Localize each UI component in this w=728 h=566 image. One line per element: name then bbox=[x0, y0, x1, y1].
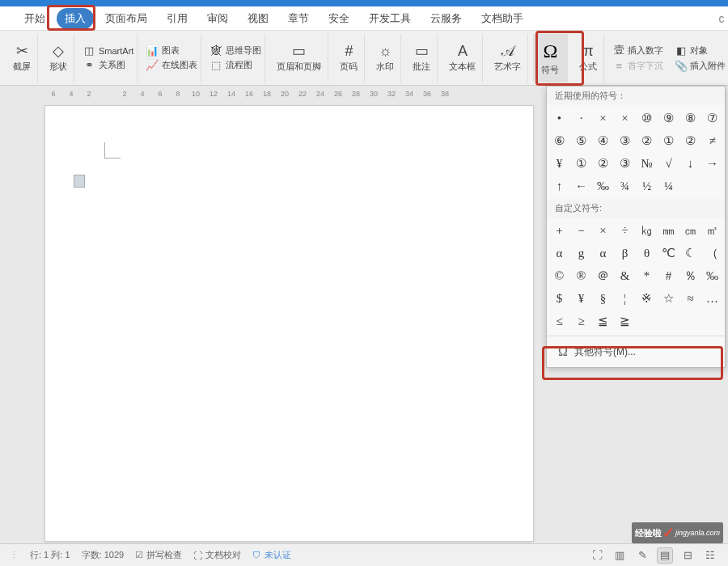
view-print-button[interactable]: ▤ bbox=[657, 547, 673, 564]
symbol-cell[interactable]: ¥ bbox=[548, 152, 570, 175]
symbol-cell[interactable]: ÷ bbox=[614, 219, 636, 242]
formula-button[interactable]: π 公式 bbox=[573, 34, 604, 82]
header-footer-button[interactable]: ▭ 页眉和页脚 bbox=[270, 34, 328, 82]
symbol-cell[interactable]: α bbox=[592, 242, 614, 264]
symbol-cell[interactable]: ≠ bbox=[701, 129, 723, 152]
shape-button[interactable]: ◇ 形状 bbox=[43, 34, 74, 82]
symbol-cell[interactable]: × bbox=[614, 107, 636, 129]
flowchart-button[interactable]: ⬚流程图 bbox=[210, 59, 261, 72]
status-line-col[interactable]: 行: 1 列: 1 bbox=[30, 549, 70, 561]
symbol-cell[interactable]: ® bbox=[570, 264, 592, 287]
view-edit-button[interactable]: ✎ bbox=[634, 547, 650, 564]
menu-security[interactable]: 安全 bbox=[320, 8, 358, 29]
symbol-cell[interactable]: ① bbox=[658, 129, 679, 152]
symbol-cell[interactable]: ¦ bbox=[614, 287, 636, 310]
symbol-cell[interactable]: · bbox=[570, 107, 592, 129]
symbol-cell[interactable]: ⑩ bbox=[636, 107, 658, 129]
view-web-button[interactable]: ☷ bbox=[702, 547, 718, 564]
screenshot-button[interactable]: ✂ 截屏 bbox=[6, 34, 38, 82]
mindmap-button[interactable]: 🕸思维导图 bbox=[210, 44, 261, 57]
textbox-button[interactable]: A 文本框 bbox=[442, 34, 483, 82]
more-symbols-button[interactable]: Ω 其他符号(M)... bbox=[547, 336, 725, 367]
status-auth[interactable]: ⛉未认证 bbox=[252, 549, 291, 561]
symbol-cell[interactable]: ≈ bbox=[679, 287, 701, 310]
symbol-cell[interactable]: ☆ bbox=[658, 287, 679, 310]
symbol-cell[interactable]: √ bbox=[658, 152, 679, 175]
menu-start[interactable]: 开始 bbox=[16, 8, 53, 29]
object-button[interactable]: ◧对象 bbox=[675, 44, 726, 57]
symbol-cell[interactable]: ＠ bbox=[592, 264, 614, 287]
menu-view[interactable]: 视图 bbox=[239, 8, 277, 29]
symbol-cell[interactable]: ☾ bbox=[679, 242, 701, 264]
symbol-cell[interactable]: ≥ bbox=[570, 310, 592, 332]
page-number-button[interactable]: # 页码 bbox=[333, 34, 365, 82]
symbol-cell[interactable]: ③ bbox=[614, 129, 636, 152]
symbol-cell[interactable]: ⑥ bbox=[548, 129, 570, 152]
symbol-cell[interactable]: © bbox=[548, 264, 570, 287]
relation-button[interactable]: ⚭关系图 bbox=[83, 59, 133, 72]
view-read-button[interactable]: ▥ bbox=[612, 547, 628, 564]
symbol-cell[interactable]: ⑧ bbox=[679, 107, 701, 129]
status-word-count[interactable]: 字数: 1029 bbox=[82, 549, 125, 561]
symbol-cell[interactable]: • bbox=[548, 107, 570, 129]
menu-doc-helper[interactable]: 文档助手 bbox=[473, 8, 531, 29]
symbol-cell[interactable]: & bbox=[614, 264, 636, 287]
document-canvas[interactable] bbox=[44, 105, 534, 542]
symbol-cell[interactable]: ④ bbox=[592, 129, 614, 152]
symbol-cell[interactable]: ㎜ bbox=[658, 219, 679, 242]
symbol-cell[interactable]: ¼ bbox=[658, 175, 679, 197]
symbol-cell[interactable]: （ bbox=[701, 242, 723, 264]
symbol-cell[interactable]: α bbox=[548, 242, 570, 264]
symbol-cell[interactable]: … bbox=[701, 287, 723, 310]
menu-review[interactable]: 审阅 bbox=[199, 8, 236, 29]
symbol-cell[interactable]: ‰ bbox=[701, 264, 723, 287]
symbol-cell[interactable]: ％ bbox=[679, 264, 701, 287]
symbol-cell[interactable]: § bbox=[592, 287, 614, 310]
symbol-cell[interactable]: № bbox=[636, 152, 658, 175]
menu-page-layout[interactable]: 页面布局 bbox=[97, 8, 155, 29]
symbol-cell[interactable]: $ bbox=[548, 287, 570, 310]
symbol-cell[interactable]: ㎡ bbox=[701, 219, 723, 242]
symbol-cell[interactable]: ↓ bbox=[679, 152, 701, 175]
symbol-cell[interactable]: ℃ bbox=[658, 242, 679, 264]
symbol-cell[interactable]: × bbox=[592, 107, 614, 129]
symbol-cell[interactable]: ≤ bbox=[548, 310, 570, 332]
chart-button[interactable]: 📊图表 bbox=[146, 44, 197, 57]
symbol-cell[interactable]: + bbox=[548, 219, 570, 242]
symbol-cell[interactable]: ㎝ bbox=[679, 219, 701, 242]
symbol-cell[interactable]: ㎏ bbox=[636, 219, 658, 242]
symbol-cell[interactable]: # bbox=[658, 264, 679, 287]
symbol-cell[interactable]: ↑ bbox=[548, 175, 570, 197]
symbol-cell[interactable]: ¾ bbox=[614, 175, 636, 197]
symbol-cell[interactable]: ⑨ bbox=[658, 107, 679, 129]
symbol-cell[interactable]: ← bbox=[570, 175, 592, 197]
symbol-cell[interactable]: ⑤ bbox=[570, 129, 592, 152]
view-outline-button[interactable]: ⊟ bbox=[679, 547, 696, 564]
menu-cloud[interactable]: 云服务 bbox=[422, 8, 470, 29]
symbol-cell[interactable]: ② bbox=[679, 129, 701, 152]
symbol-cell[interactable]: ≧ bbox=[614, 310, 636, 332]
wordart-button[interactable]: 𝒜 艺术字 bbox=[488, 34, 528, 82]
symbol-cell[interactable]: ⑦ bbox=[701, 107, 723, 129]
annotation-button[interactable]: ▭ 批注 bbox=[406, 34, 438, 82]
symbol-cell[interactable]: g bbox=[570, 242, 592, 264]
symbol-cell[interactable]: × bbox=[592, 219, 614, 242]
menu-dev-tools[interactable]: 开发工具 bbox=[361, 8, 419, 29]
watermark-button[interactable]: ☼ 水印 bbox=[370, 34, 401, 82]
menu-references[interactable]: 引用 bbox=[159, 8, 196, 29]
symbol-dropdown-button[interactable]: Ω 符号 bbox=[533, 34, 568, 82]
symbol-cell[interactable]: → bbox=[701, 152, 723, 175]
status-doc-proof[interactable]: ⛶文档校对 bbox=[193, 549, 241, 561]
symbol-cell[interactable]: ≦ bbox=[592, 310, 614, 332]
symbol-cell[interactable]: − bbox=[570, 219, 592, 242]
symbol-cell[interactable]: ② bbox=[592, 152, 614, 175]
menu-insert[interactable]: 插入 bbox=[57, 8, 94, 29]
symbol-cell[interactable]: ‰ bbox=[592, 175, 614, 197]
menu-chapter[interactable]: 章节 bbox=[280, 8, 317, 29]
symbol-cell[interactable]: * bbox=[636, 264, 658, 287]
view-fullscreen-button[interactable]: ⛶ bbox=[589, 547, 605, 564]
symbol-cell[interactable]: ② bbox=[636, 129, 658, 152]
symbol-cell[interactable]: θ bbox=[636, 242, 658, 264]
status-spell-check[interactable]: ☑拼写检查 bbox=[135, 549, 182, 561]
insert-attachment-button[interactable]: 📎插入附件 bbox=[675, 59, 726, 72]
